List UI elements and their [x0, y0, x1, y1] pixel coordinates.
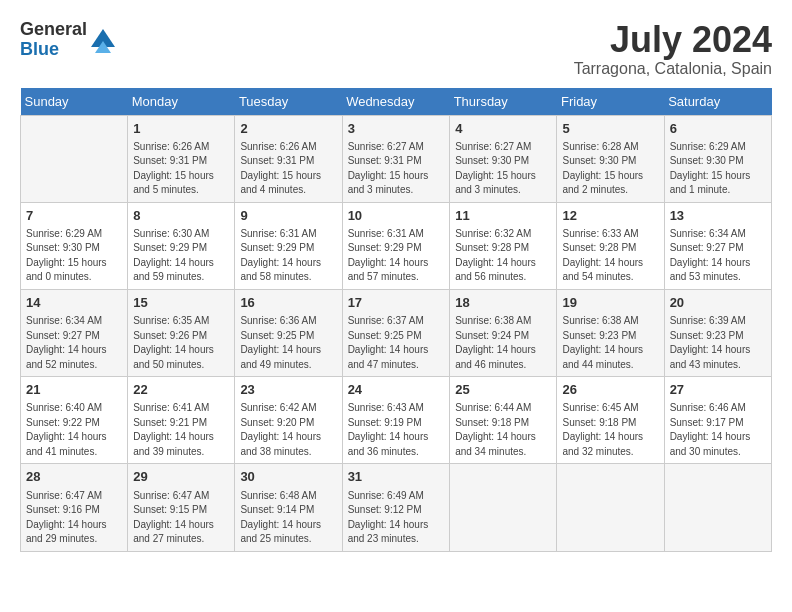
cell-info: Sunrise: 6:33 AMSunset: 9:28 PMDaylight:…	[562, 227, 658, 285]
day-number: 7	[26, 207, 122, 225]
logo-general-text: General	[20, 20, 87, 40]
day-of-week-header: Wednesday	[342, 88, 450, 116]
calendar-cell	[21, 115, 128, 202]
calendar-week-row: 21Sunrise: 6:40 AMSunset: 9:22 PMDayligh…	[21, 377, 772, 464]
day-number: 9	[240, 207, 336, 225]
day-number: 11	[455, 207, 551, 225]
day-number: 25	[455, 381, 551, 399]
calendar-cell: 3Sunrise: 6:27 AMSunset: 9:31 PMDaylight…	[342, 115, 450, 202]
calendar-cell: 5Sunrise: 6:28 AMSunset: 9:30 PMDaylight…	[557, 115, 664, 202]
calendar-table: SundayMondayTuesdayWednesdayThursdayFrid…	[20, 88, 772, 552]
calendar-cell: 2Sunrise: 6:26 AMSunset: 9:31 PMDaylight…	[235, 115, 342, 202]
calendar-cell: 27Sunrise: 6:46 AMSunset: 9:17 PMDayligh…	[664, 377, 771, 464]
day-number: 5	[562, 120, 658, 138]
cell-info: Sunrise: 6:26 AMSunset: 9:31 PMDaylight:…	[240, 140, 336, 198]
day-of-week-header: Sunday	[21, 88, 128, 116]
calendar-cell: 30Sunrise: 6:48 AMSunset: 9:14 PMDayligh…	[235, 464, 342, 551]
day-number: 26	[562, 381, 658, 399]
calendar-cell: 4Sunrise: 6:27 AMSunset: 9:30 PMDaylight…	[450, 115, 557, 202]
calendar-cell: 24Sunrise: 6:43 AMSunset: 9:19 PMDayligh…	[342, 377, 450, 464]
day-number: 12	[562, 207, 658, 225]
cell-info: Sunrise: 6:47 AMSunset: 9:16 PMDaylight:…	[26, 489, 122, 547]
cell-info: Sunrise: 6:41 AMSunset: 9:21 PMDaylight:…	[133, 401, 229, 459]
day-number: 20	[670, 294, 766, 312]
cell-info: Sunrise: 6:36 AMSunset: 9:25 PMDaylight:…	[240, 314, 336, 372]
calendar-cell: 17Sunrise: 6:37 AMSunset: 9:25 PMDayligh…	[342, 289, 450, 376]
calendar-cell: 18Sunrise: 6:38 AMSunset: 9:24 PMDayligh…	[450, 289, 557, 376]
cell-info: Sunrise: 6:38 AMSunset: 9:23 PMDaylight:…	[562, 314, 658, 372]
day-number: 19	[562, 294, 658, 312]
location-subtitle: Tarragona, Catalonia, Spain	[574, 60, 772, 78]
cell-info: Sunrise: 6:46 AMSunset: 9:17 PMDaylight:…	[670, 401, 766, 459]
calendar-cell	[450, 464, 557, 551]
day-number: 29	[133, 468, 229, 486]
cell-info: Sunrise: 6:39 AMSunset: 9:23 PMDaylight:…	[670, 314, 766, 372]
day-of-week-header: Friday	[557, 88, 664, 116]
day-number: 18	[455, 294, 551, 312]
calendar-week-row: 28Sunrise: 6:47 AMSunset: 9:16 PMDayligh…	[21, 464, 772, 551]
calendar-cell: 14Sunrise: 6:34 AMSunset: 9:27 PMDayligh…	[21, 289, 128, 376]
cell-info: Sunrise: 6:32 AMSunset: 9:28 PMDaylight:…	[455, 227, 551, 285]
day-number: 30	[240, 468, 336, 486]
day-of-week-header: Saturday	[664, 88, 771, 116]
cell-info: Sunrise: 6:42 AMSunset: 9:20 PMDaylight:…	[240, 401, 336, 459]
calendar-cell: 13Sunrise: 6:34 AMSunset: 9:27 PMDayligh…	[664, 202, 771, 289]
calendar-cell: 9Sunrise: 6:31 AMSunset: 9:29 PMDaylight…	[235, 202, 342, 289]
calendar-cell: 10Sunrise: 6:31 AMSunset: 9:29 PMDayligh…	[342, 202, 450, 289]
day-of-week-header: Tuesday	[235, 88, 342, 116]
calendar-cell: 8Sunrise: 6:30 AMSunset: 9:29 PMDaylight…	[128, 202, 235, 289]
calendar-cell: 23Sunrise: 6:42 AMSunset: 9:20 PMDayligh…	[235, 377, 342, 464]
day-of-week-header: Monday	[128, 88, 235, 116]
cell-info: Sunrise: 6:29 AMSunset: 9:30 PMDaylight:…	[670, 140, 766, 198]
page-header: General Blue July 2024 Tarragona, Catalo…	[20, 20, 772, 78]
calendar-cell: 31Sunrise: 6:49 AMSunset: 9:12 PMDayligh…	[342, 464, 450, 551]
calendar-cell: 15Sunrise: 6:35 AMSunset: 9:26 PMDayligh…	[128, 289, 235, 376]
cell-info: Sunrise: 6:34 AMSunset: 9:27 PMDaylight:…	[26, 314, 122, 372]
cell-info: Sunrise: 6:27 AMSunset: 9:30 PMDaylight:…	[455, 140, 551, 198]
calendar-cell: 12Sunrise: 6:33 AMSunset: 9:28 PMDayligh…	[557, 202, 664, 289]
cell-info: Sunrise: 6:38 AMSunset: 9:24 PMDaylight:…	[455, 314, 551, 372]
cell-info: Sunrise: 6:43 AMSunset: 9:19 PMDaylight:…	[348, 401, 445, 459]
calendar-cell: 22Sunrise: 6:41 AMSunset: 9:21 PMDayligh…	[128, 377, 235, 464]
calendar-header-row: SundayMondayTuesdayWednesdayThursdayFrid…	[21, 88, 772, 116]
calendar-cell: 25Sunrise: 6:44 AMSunset: 9:18 PMDayligh…	[450, 377, 557, 464]
cell-info: Sunrise: 6:34 AMSunset: 9:27 PMDaylight:…	[670, 227, 766, 285]
day-number: 13	[670, 207, 766, 225]
logo-blue-text: Blue	[20, 40, 87, 60]
day-number: 23	[240, 381, 336, 399]
day-number: 16	[240, 294, 336, 312]
cell-info: Sunrise: 6:37 AMSunset: 9:25 PMDaylight:…	[348, 314, 445, 372]
day-number: 31	[348, 468, 445, 486]
day-number: 15	[133, 294, 229, 312]
cell-info: Sunrise: 6:26 AMSunset: 9:31 PMDaylight:…	[133, 140, 229, 198]
calendar-cell: 6Sunrise: 6:29 AMSunset: 9:30 PMDaylight…	[664, 115, 771, 202]
calendar-cell: 28Sunrise: 6:47 AMSunset: 9:16 PMDayligh…	[21, 464, 128, 551]
calendar-week-row: 14Sunrise: 6:34 AMSunset: 9:27 PMDayligh…	[21, 289, 772, 376]
cell-info: Sunrise: 6:31 AMSunset: 9:29 PMDaylight:…	[348, 227, 445, 285]
cell-info: Sunrise: 6:28 AMSunset: 9:30 PMDaylight:…	[562, 140, 658, 198]
cell-info: Sunrise: 6:29 AMSunset: 9:30 PMDaylight:…	[26, 227, 122, 285]
cell-info: Sunrise: 6:31 AMSunset: 9:29 PMDaylight:…	[240, 227, 336, 285]
day-number: 8	[133, 207, 229, 225]
calendar-week-row: 1Sunrise: 6:26 AMSunset: 9:31 PMDaylight…	[21, 115, 772, 202]
day-number: 17	[348, 294, 445, 312]
cell-info: Sunrise: 6:44 AMSunset: 9:18 PMDaylight:…	[455, 401, 551, 459]
calendar-cell: 21Sunrise: 6:40 AMSunset: 9:22 PMDayligh…	[21, 377, 128, 464]
day-of-week-header: Thursday	[450, 88, 557, 116]
title-area: July 2024 Tarragona, Catalonia, Spain	[574, 20, 772, 78]
calendar-cell: 1Sunrise: 6:26 AMSunset: 9:31 PMDaylight…	[128, 115, 235, 202]
calendar-cell: 26Sunrise: 6:45 AMSunset: 9:18 PMDayligh…	[557, 377, 664, 464]
cell-info: Sunrise: 6:49 AMSunset: 9:12 PMDaylight:…	[348, 489, 445, 547]
day-number: 2	[240, 120, 336, 138]
day-number: 24	[348, 381, 445, 399]
day-number: 1	[133, 120, 229, 138]
cell-info: Sunrise: 6:48 AMSunset: 9:14 PMDaylight:…	[240, 489, 336, 547]
calendar-cell: 20Sunrise: 6:39 AMSunset: 9:23 PMDayligh…	[664, 289, 771, 376]
cell-info: Sunrise: 6:45 AMSunset: 9:18 PMDaylight:…	[562, 401, 658, 459]
logo-icon	[91, 29, 115, 53]
logo: General Blue	[20, 20, 115, 60]
cell-info: Sunrise: 6:27 AMSunset: 9:31 PMDaylight:…	[348, 140, 445, 198]
day-number: 6	[670, 120, 766, 138]
day-number: 27	[670, 381, 766, 399]
calendar-cell: 19Sunrise: 6:38 AMSunset: 9:23 PMDayligh…	[557, 289, 664, 376]
